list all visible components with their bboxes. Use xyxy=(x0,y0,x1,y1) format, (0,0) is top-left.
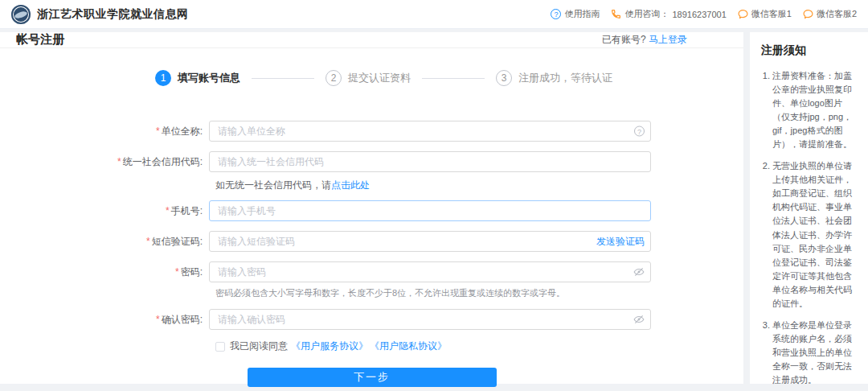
question-circle-icon: ? xyxy=(551,9,561,19)
required-marker: * xyxy=(175,266,179,278)
credit-code-label: *统一社会信用代码: xyxy=(0,155,209,169)
send-sms-code-button[interactable]: 发送验证码 xyxy=(596,235,645,249)
notice-item: 注册资料准备：加盖公章的营业执照复印件、单位logo图片（仅支持jpg，png，… xyxy=(772,69,858,151)
step-3: 3 注册成功，等待认证 xyxy=(496,70,612,86)
have-account-text: 已有账号? xyxy=(602,34,646,45)
confirm-password-input[interactable] xyxy=(209,309,651,330)
wechat-service2-link[interactable]: 微信客服2 xyxy=(803,8,857,20)
header-links: ? 使用指南 使用咨询： 18916237001 微信客服1 微信客服2 xyxy=(551,8,857,20)
company-name-input[interactable] xyxy=(209,121,651,142)
notice-item: 单位全称是单位登录系统的账户名，必须和营业执照上的单位全称一致，否则无法注册成功… xyxy=(772,319,858,387)
step-2: 2 提交认证资料 xyxy=(326,70,411,86)
step-2-label: 提交认证资料 xyxy=(348,71,411,85)
step-3-label: 注册成功，等待认证 xyxy=(518,71,612,85)
phone-icon xyxy=(611,9,621,19)
required-marker: * xyxy=(156,126,160,137)
site-logo-icon xyxy=(11,5,31,24)
field-help-suffix[interactable]: ? xyxy=(634,126,645,137)
credit-code-input[interactable] xyxy=(209,151,651,172)
register-panel: 帐号注册 已有账号? 马上登录 1 填写账号信息 2 提交认证资料 3 xyxy=(0,32,743,384)
next-step-button[interactable]: 下一步 xyxy=(248,368,497,387)
usage-guide-label: 使用指南 xyxy=(564,8,600,20)
agreement-text: 我已阅读同意 xyxy=(230,340,288,353)
chat-bubble-icon xyxy=(803,9,813,19)
step-connector xyxy=(422,78,485,79)
notice-item: 无营业执照的单位请上传其他相关证件，如工商登记证、组织机构代码证、事业单位法人证… xyxy=(772,159,858,311)
required-marker: * xyxy=(166,205,170,216)
eye-off-icon xyxy=(633,314,645,325)
page-title: 帐号注册 xyxy=(16,32,64,47)
notice-list: 注册资料准备：加盖公章的营业执照复印件、单位logo图片（仅支持jpg，png，… xyxy=(761,69,858,391)
required-marker: * xyxy=(156,314,160,325)
no-credit-code-link[interactable]: 点击此处 xyxy=(331,179,370,191)
credit-note-text: 如无统一社会信用代码，请 xyxy=(215,179,331,191)
step-2-number: 2 xyxy=(326,70,342,86)
step-1: 1 填写账号信息 xyxy=(155,70,240,86)
phone-label: *手机号: xyxy=(0,204,209,218)
toggle-password-visibility[interactable] xyxy=(633,266,645,278)
stepper: 1 填写账号信息 2 提交认证资料 3 注册成功，等待认证 xyxy=(24,69,743,87)
usage-guide-link[interactable]: ? 使用指南 xyxy=(551,8,600,20)
login-now-link[interactable]: 马上登录 xyxy=(649,34,687,45)
agreement-checkbox[interactable] xyxy=(215,342,225,352)
sms-code-label: *短信验证码: xyxy=(0,235,209,249)
required-marker: * xyxy=(117,156,121,167)
notice-panel: 注册须知 注册资料准备：加盖公章的营业执照复印件、单位logo图片（仅支持jpg… xyxy=(750,32,868,384)
confirm-password-label: *确认密码: xyxy=(0,313,209,327)
wechat-service1-link[interactable]: 微信客服1 xyxy=(738,8,792,20)
step-3-number: 3 xyxy=(496,70,512,86)
wechat-service2-label: 微信客服2 xyxy=(817,8,857,20)
sms-code-input[interactable] xyxy=(209,231,651,252)
service-agreement-link[interactable]: 《用户服务协议》 xyxy=(291,340,368,353)
brand: 浙江艺术职业学院就业信息网 xyxy=(11,5,189,24)
step-1-label: 填写账号信息 xyxy=(178,71,240,85)
password-input[interactable] xyxy=(209,261,651,282)
consult-phone: 使用咨询： 18916237001 xyxy=(611,8,726,20)
password-label: *密码: xyxy=(0,265,209,279)
step-connector xyxy=(252,78,314,79)
register-form: *单位全称: ? *统一社会信用代码: 如无统一社会信用代码，请点击此处 xyxy=(0,121,743,387)
company-name-label: *单位全称: xyxy=(0,125,209,138)
toggle-confirm-visibility[interactable] xyxy=(633,314,645,325)
password-rule-hint: 密码必须包含大小写字母和数字，长度不少于8位，不允许出现重复或连续的数字或字母。 xyxy=(215,287,743,299)
privacy-agreement-link[interactable]: 《用户隐私协议》 xyxy=(370,340,447,353)
consult-label: 使用咨询： xyxy=(624,8,669,20)
site-title: 浙江艺术职业学院就业信息网 xyxy=(37,7,189,22)
register-panel-head: 帐号注册 已有账号? 马上登录 xyxy=(0,32,743,48)
eye-off-icon xyxy=(633,266,645,278)
required-marker: * xyxy=(146,236,150,247)
wechat-service1-label: 微信客服1 xyxy=(751,8,792,20)
top-header: 浙江艺术职业学院就业信息网 ? 使用指南 使用咨询： 18916237001 微… xyxy=(0,0,868,29)
consult-number: 18916237001 xyxy=(672,10,726,19)
question-circle-icon: ? xyxy=(634,126,645,137)
step-1-number: 1 xyxy=(155,70,171,86)
phone-input[interactable] xyxy=(209,200,651,221)
notice-title: 注册须知 xyxy=(761,43,858,58)
chat-bubble-icon xyxy=(738,9,748,19)
